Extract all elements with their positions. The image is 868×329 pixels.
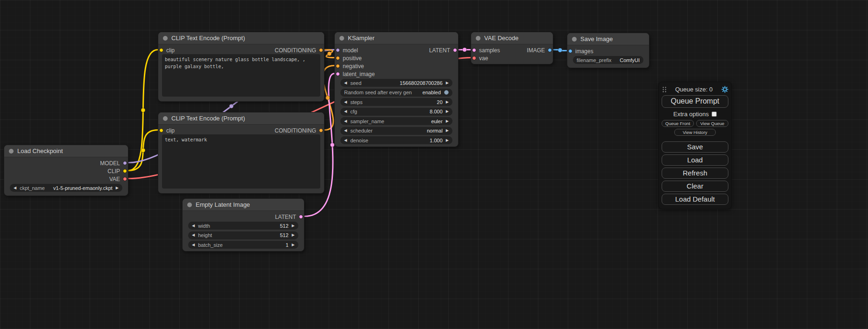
output-dot-vae[interactable] — [123, 177, 127, 181]
input-dot-images[interactable] — [568, 49, 572, 53]
view-queue-button[interactable]: View Queue — [696, 120, 728, 127]
input-dot-vae[interactable] — [472, 56, 476, 60]
arrow-right-icon[interactable]: ▶ — [446, 81, 449, 85]
output-dot-clip[interactable] — [123, 169, 127, 173]
widget-width[interactable]: ◀ width 512 ▶ — [188, 222, 298, 230]
output-dot-model[interactable] — [123, 161, 127, 165]
arrow-left-icon[interactable]: ◀ — [344, 129, 347, 133]
input-slot-latent-image[interactable]: latent_image — [337, 71, 375, 77]
node-title-bar[interactable]: Load Checkpoint — [4, 145, 128, 157]
input-dot-samples[interactable] — [472, 48, 476, 52]
input-slot-positive[interactable]: positive — [337, 55, 362, 62]
output-slot-image[interactable]: IMAGE — [527, 47, 550, 54]
arrow-left-icon[interactable]: ◀ — [344, 110, 347, 113]
arrow-left-icon[interactable]: ◀ — [14, 186, 16, 190]
input-slot-vae[interactable]: vae — [473, 55, 488, 62]
arrow-right-icon[interactable]: ▶ — [446, 139, 449, 142]
widget-batch-size[interactable]: ◀ batch_size 1 ▶ — [188, 241, 298, 249]
arrow-right-icon[interactable]: ▶ — [446, 110, 449, 113]
arrow-left-icon[interactable]: ◀ — [344, 81, 347, 85]
arrow-right-icon[interactable]: ▶ — [292, 224, 295, 228]
input-dot-positive[interactable] — [336, 56, 340, 60]
arrow-right-icon[interactable]: ▶ — [116, 186, 119, 190]
node-vae-decode[interactable]: VAE Decode samples IMAGE vae — [471, 32, 553, 64]
node-clip-text-encode-positive[interactable]: CLIP Text Encode (Prompt) clip CONDITION… — [158, 32, 325, 102]
output-dot-image[interactable] — [548, 48, 552, 52]
node-ksampler[interactable]: KSampler model LATENT positive negative — [334, 32, 459, 147]
clear-button[interactable]: Clear — [662, 181, 728, 192]
node-title-bar[interactable]: VAE Decode — [471, 32, 553, 44]
widget-scheduler[interactable]: ◀ scheduler normal ▶ — [340, 127, 452, 135]
widget-filename-prefix[interactable]: filename_prefix ComfyUI — [573, 56, 643, 64]
arrow-right-icon[interactable]: ▶ — [446, 100, 449, 104]
widget-cfg[interactable]: ◀ cfg 8.000 ▶ — [340, 108, 452, 116]
output-dot-latent[interactable] — [453, 48, 457, 52]
node-title-bar[interactable]: CLIP Text Encode (Prompt) — [158, 32, 324, 44]
output-slot-latent[interactable]: LATENT — [429, 47, 456, 54]
output-slot-vae[interactable]: VAE — [109, 176, 126, 182]
collapse-dot-icon[interactable] — [339, 36, 344, 41]
widget-denoise[interactable]: ◀ denoise 1.000 ▶ — [340, 136, 452, 144]
queue-prompt-button[interactable]: Queue Prompt — [662, 95, 728, 108]
widget-steps[interactable]: ◀ steps 20 ▶ — [340, 98, 452, 106]
input-slot-clip[interactable]: clip — [161, 47, 175, 54]
input-slot-negative[interactable]: negative — [337, 63, 364, 70]
output-slot-latent[interactable]: LATENT — [275, 214, 302, 220]
widget-ckpt-name[interactable]: ◀ ckpt_name v1-5-pruned-emaonly.ckpt ▶ — [10, 184, 122, 192]
node-empty-latent-image[interactable]: Empty Latent Image LATENT ◀ width 512 ▶ … — [182, 198, 304, 252]
node-clip-text-encode-negative[interactable]: CLIP Text Encode (Prompt) clip CONDITION… — [158, 112, 325, 194]
arrow-right-icon[interactable]: ▶ — [292, 243, 295, 247]
input-dot-model[interactable] — [336, 48, 340, 52]
output-dot-conditioning[interactable] — [319, 128, 323, 133]
prompt-textarea[interactable]: text, watermark — [162, 134, 320, 189]
input-slot-clip[interactable]: clip — [161, 127, 175, 134]
arrow-left-icon[interactable]: ◀ — [192, 224, 195, 228]
node-title-bar[interactable]: Empty Latent Image — [183, 199, 304, 211]
arrow-left-icon[interactable]: ◀ — [344, 139, 347, 142]
collapse-dot-icon[interactable] — [476, 36, 480, 41]
arrow-left-icon[interactable]: ◀ — [344, 100, 347, 104]
input-slot-images[interactable]: images — [570, 48, 593, 55]
input-slot-model[interactable]: model — [337, 47, 358, 54]
widget-height[interactable]: ◀ height 512 ▶ — [188, 231, 298, 239]
arrow-left-icon[interactable]: ◀ — [344, 119, 347, 123]
load-button[interactable]: Load — [662, 154, 728, 166]
input-slot-samples[interactable]: samples — [473, 47, 500, 54]
widget-seed[interactable]: ◀ seed 156680208700286 ▶ — [340, 79, 452, 87]
input-dot-clip[interactable] — [159, 48, 163, 52]
collapse-dot-icon[interactable] — [187, 203, 192, 207]
load-default-button[interactable]: Load Default — [662, 194, 728, 205]
output-dot-latent[interactable] — [299, 215, 303, 219]
output-slot-model[interactable]: MODEL — [100, 160, 126, 167]
arrow-left-icon[interactable]: ◀ — [192, 243, 195, 247]
node-title-bar[interactable]: Save Image — [567, 33, 649, 45]
output-slot-conditioning[interactable]: CONDITIONING — [275, 127, 322, 134]
input-dot-latent-image[interactable] — [336, 72, 340, 76]
extra-options-checkbox[interactable] — [712, 112, 717, 117]
collapse-dot-icon[interactable] — [163, 116, 168, 121]
node-save-image[interactable]: Save Image images filename_prefix ComfyU… — [567, 33, 649, 68]
arrow-right-icon[interactable]: ▶ — [446, 119, 449, 123]
node-load-checkpoint[interactable]: Load Checkpoint MODEL CLIP VAE ◀ ckpt_na… — [4, 145, 128, 196]
view-history-button[interactable]: View History — [674, 129, 716, 136]
queue-front-button[interactable]: Queue Front — [662, 120, 694, 127]
collapse-dot-icon[interactable] — [572, 37, 577, 42]
settings-gear-icon[interactable] — [721, 86, 728, 93]
collapse-dot-icon[interactable] — [9, 149, 14, 154]
arrow-right-icon[interactable]: ▶ — [446, 129, 449, 133]
output-dot-conditioning[interactable] — [319, 48, 323, 52]
collapse-dot-icon[interactable] — [163, 36, 168, 41]
widget-random-seed-toggle[interactable]: Random seed after every gen enabled — [340, 89, 452, 97]
output-slot-conditioning[interactable]: CONDITIONING — [275, 47, 322, 54]
node-title-bar[interactable]: KSampler — [335, 32, 458, 44]
output-slot-clip[interactable]: CLIP — [107, 168, 126, 175]
node-title-bar[interactable]: CLIP Text Encode (Prompt) — [158, 112, 324, 125]
arrow-left-icon[interactable]: ◀ — [192, 233, 195, 237]
arrow-right-icon[interactable]: ▶ — [292, 233, 295, 237]
widget-sampler-name[interactable]: ◀ sampler_name euler ▶ — [340, 117, 452, 125]
drag-handle-icon[interactable] — [662, 86, 666, 92]
input-dot-clip[interactable] — [159, 128, 163, 133]
input-dot-negative[interactable] — [336, 64, 340, 68]
save-button[interactable]: Save — [662, 141, 728, 153]
refresh-button[interactable]: Refresh — [662, 168, 728, 179]
